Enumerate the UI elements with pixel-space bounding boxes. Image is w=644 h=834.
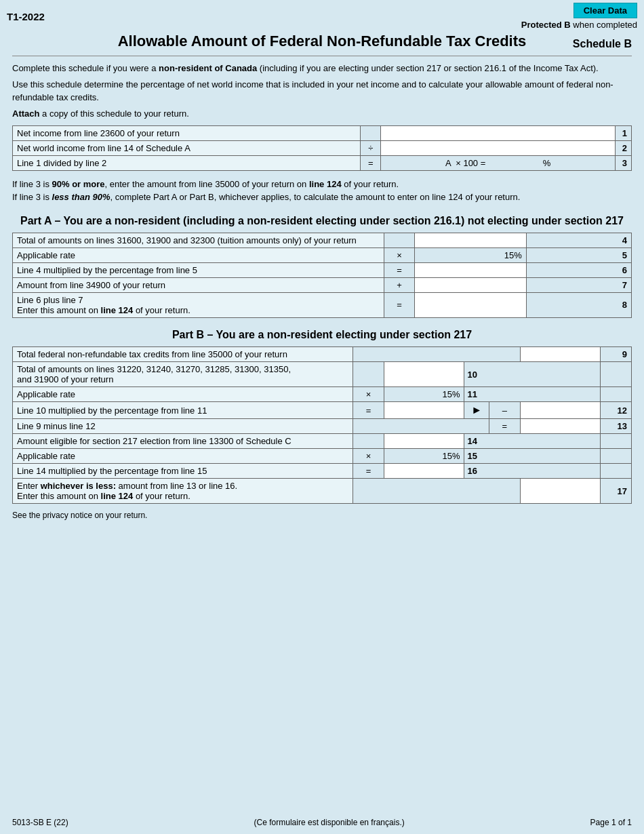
part-b-heading: Part B – You are a non-resident electing…	[12, 327, 632, 342]
line6-input[interactable]	[419, 265, 521, 275]
partb-row13-empty	[353, 419, 489, 434]
line3-input[interactable]	[491, 158, 538, 168]
protected-suffix: when completed	[571, 20, 637, 30]
partb-row10-label: Total of amounts on lines 31220, 31240, …	[13, 362, 353, 387]
partb-row13-input[interactable]	[520, 419, 601, 434]
clear-data-button[interactable]: Clear Data	[573, 3, 637, 18]
row2-operator: ÷	[361, 140, 381, 155]
instruction-block: If line 3 is 90% or more, enter the amou…	[12, 178, 632, 204]
parta-row8-label: Line 6 plus line 7Enter this amount on l…	[13, 292, 384, 317]
partb-row15-linenum: 15	[464, 449, 601, 464]
row1-input[interactable]	[381, 125, 616, 140]
partb-row10-input[interactable]	[384, 362, 464, 387]
line10-input[interactable]	[388, 370, 460, 380]
row3-formula: A × 100 = %	[381, 155, 616, 170]
row2-input[interactable]	[381, 140, 616, 155]
partb-row12-input2[interactable]	[520, 402, 601, 419]
partb-row14-label: Amount eligible for section 217 election…	[13, 434, 353, 449]
line16-input[interactable]	[388, 466, 460, 476]
row2-label: Net world income from line 14 of Schedul…	[13, 140, 361, 155]
partb-row11-linenum: 11	[464, 387, 601, 402]
partb-row17-empty	[353, 479, 520, 504]
parta-row6-input[interactable]	[415, 262, 526, 277]
parta-row5-label: Applicable rate	[13, 247, 384, 262]
partb-row16-input[interactable]	[384, 464, 464, 479]
table-row: Line 14 multiplied by the percentage fro…	[13, 464, 632, 479]
parta-row4-label: Total of amounts on lines 31600, 31900 a…	[13, 233, 384, 247]
line13-input[interactable]	[525, 421, 597, 431]
parta-row5-rate: 15%	[415, 247, 526, 262]
table-row: Line 6 plus line 7Enter this amount on l…	[13, 292, 632, 317]
row1-operator	[361, 125, 381, 140]
partb-row11-end	[601, 387, 632, 402]
table-row: Applicable rate × 15% 5	[13, 247, 632, 262]
parta-row8-operator: =	[384, 292, 415, 317]
partb-row16-end	[601, 464, 632, 479]
line14-input[interactable]	[388, 436, 460, 446]
schedule-label: Schedule B	[573, 38, 632, 50]
partb-row16-linenum: 16	[464, 464, 601, 479]
table-row: Total of amounts on lines 31220, 31240, …	[13, 362, 632, 387]
parta-row6-operator: =	[384, 262, 415, 277]
partb-row12-input[interactable]	[384, 402, 464, 419]
parta-row4-input[interactable]	[415, 233, 526, 247]
parta-row8-linenum: 8	[526, 292, 631, 317]
partb-row12-operator: =	[353, 402, 384, 419]
top-calculation-table: Net income from line 23600 of your retur…	[12, 125, 632, 171]
line17-input[interactable]	[525, 486, 597, 496]
partb-row15-rate: 15%	[384, 449, 464, 464]
line12b-input[interactable]	[525, 405, 597, 416]
protected-text: Protected B when completed	[521, 20, 637, 30]
partb-row12-label: Line 10 multiplied by the percentage fro…	[13, 402, 353, 419]
partb-row13-operator: =	[489, 419, 521, 434]
instruction-line2: If line 3 is less than 90%, complete Par…	[12, 191, 632, 204]
parta-row4-linenum: 4	[526, 233, 631, 247]
row1-linenum: 1	[616, 125, 632, 140]
partb-row13-label: Line 9 minus line 12	[13, 419, 353, 434]
line12-input[interactable]	[388, 405, 460, 416]
part-a-table: Total of amounts on lines 31600, 31900 a…	[12, 233, 632, 318]
privacy-note: See the privacy notice on your return.	[12, 511, 632, 520]
partb-row12-linenum: 12	[601, 402, 632, 419]
parta-row8-input[interactable]	[415, 292, 526, 317]
page: T1-2022 Clear Data Protected B when comp…	[0, 0, 644, 834]
parta-row7-input[interactable]	[415, 277, 526, 292]
line9-input[interactable]	[525, 349, 597, 359]
partb-row11-operator: ×	[353, 387, 384, 402]
partb-row14-input[interactable]	[384, 434, 464, 449]
table-row: Net income from line 23600 of your retur…	[13, 125, 632, 140]
line4-input[interactable]	[419, 235, 521, 245]
partb-row11-rate: 15%	[384, 387, 464, 402]
intro-para1: Complete this schedule if you were a non…	[12, 62, 632, 75]
row3-label: Line 1 divided by line 2	[13, 155, 361, 170]
table-row: Applicable rate × 15% 15	[13, 449, 632, 464]
line1-input[interactable]	[385, 128, 611, 138]
footer-french-note: (Ce formulaire est disponible en françai…	[254, 818, 405, 827]
line7-input[interactable]	[419, 280, 521, 290]
protected-label: Protected B	[521, 20, 571, 30]
parta-row5-operator: ×	[384, 247, 415, 262]
footer-page: Page 1 of 1	[590, 818, 632, 827]
partb-row17-input[interactable]	[520, 479, 601, 504]
intro-section: Complete this schedule if you were a non…	[12, 62, 632, 104]
partb-row9-label: Total federal non-refundable tax credits…	[13, 347, 353, 362]
line8-input[interactable]	[419, 300, 521, 310]
table-row: Amount eligible for section 217 election…	[13, 434, 632, 449]
partb-row12-arrow: ►	[464, 402, 489, 419]
line2-input[interactable]	[385, 143, 611, 153]
intro-para2: Use this schedule determine the percenta…	[12, 78, 632, 104]
main-content: Allowable Amount of Federal Non-Refundab…	[0, 33, 644, 534]
parta-row7-linenum: 7	[526, 277, 631, 292]
row3-operator: =	[361, 155, 381, 170]
partb-row15-label: Applicable rate	[13, 449, 353, 464]
partb-row16-label: Line 14 multiplied by the percentage fro…	[13, 464, 353, 479]
row2-linenum: 2	[616, 140, 632, 155]
partb-row9-empty	[353, 347, 520, 362]
table-row: Line 1 divided by line 2 = A × 100 = % 3	[13, 155, 632, 170]
partb-row9-linenum: 9	[601, 347, 632, 362]
parta-row6-label: Line 4 multiplied by the percentage from…	[13, 262, 384, 277]
parta-row4-empty	[384, 233, 415, 247]
partb-row9-input[interactable]	[520, 347, 601, 362]
table-row: Line 9 minus line 12 = 13	[13, 419, 632, 434]
partb-row13-linenum: 13	[601, 419, 632, 434]
